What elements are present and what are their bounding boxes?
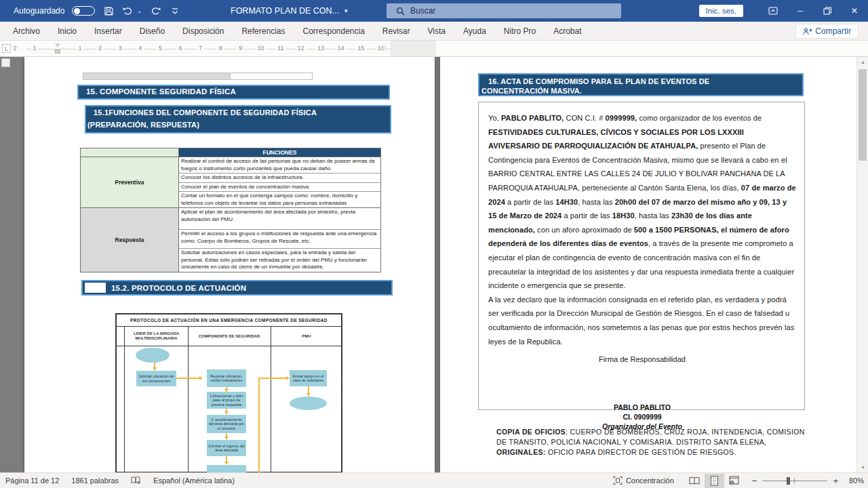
functions-table: FUNCIONES PreventivaRealizar el control … (80, 148, 381, 272)
hanging-indent-marker[interactable] (55, 49, 60, 54)
ruler-number: 13 (315, 45, 326, 52)
vertical-ruler-stub (1, 58, 10, 67)
ruler-number: 1 (76, 45, 83, 52)
heading-15: 15. COMPONENTE SEGURIDAD FÍSICA (77, 85, 390, 100)
ruler-number: 2 (11, 45, 18, 52)
flow-box-step-5 (207, 465, 246, 472)
quick-access-customize-icon[interactable] (169, 4, 181, 18)
acta-paragraph: A la vez declaro que la información cons… (488, 293, 796, 348)
table-row: Aplicar el plan de acordonamiento del ár… (179, 208, 380, 230)
ruler-number: 11 (275, 45, 285, 52)
ribbon-tab-nitro-pro[interactable]: Nitro Pro (495, 22, 545, 41)
ruler-number: 5 (157, 45, 164, 52)
ruler-number: 7 (197, 45, 204, 52)
right-indent-marker[interactable] (382, 45, 387, 49)
ribbon-tab-referencias[interactable]: Referencias (233, 22, 294, 41)
ribbon-tab-bar: ArchivoInicioInsertarDiseñoDisposiciónRe… (0, 22, 868, 41)
flow-box-step-2: 1.Direccionar y abrir paso al grupo de p… (207, 392, 246, 409)
share-button[interactable]: Compartir (795, 24, 859, 39)
signature-name: PABLO PABLITO (488, 403, 796, 412)
focus-mode-button[interactable]: Concentración (613, 476, 674, 485)
ruler-number: 2 (96, 45, 104, 52)
redo-icon[interactable] (149, 4, 161, 18)
horizontal-ruler[interactable]: L 21123456789101112131415161718 (0, 41, 868, 57)
undo-icon[interactable] (122, 4, 134, 18)
ruler-right-margin (391, 41, 436, 56)
acta-paragraphs: Yo, PABLO PABLITO, CON C.I. # 0999999, c… (488, 111, 796, 348)
doc-title-dropdown-icon[interactable]: ▾ (344, 7, 348, 14)
ruler-ticks (27, 49, 434, 49)
table-row: Realizar el control de acceso de las per… (179, 157, 380, 174)
ribbon-tab-inicio[interactable]: Inicio (49, 22, 85, 41)
ribbon-tabs: ArchivoInicioInsertarDiseñoDisposiciónRe… (4, 22, 591, 41)
heading-16: 16. ACTA DE COMPROMISO PARA EL PLAN DE E… (478, 73, 804, 96)
proofing-icon[interactable] (131, 476, 141, 485)
table-row: Solicitar autorizaciones en casos especi… (179, 249, 380, 272)
ribbon-tab-correspondencia[interactable]: Correspondencia (294, 22, 373, 41)
scroll-down-icon[interactable]: ▼ (857, 462, 868, 472)
ribbon-tab-archivo[interactable]: Archivo (4, 22, 49, 41)
table-row: Conocer el plan de eventos de concentrac… (179, 183, 380, 192)
table-fragment-cell-gray (83, 73, 231, 80)
heading-15-1: 15.1FUNCIONES DEL COMPONENTE DE SEGURIDA… (85, 105, 391, 134)
ribbon-tab-diseño[interactable]: Diseño (131, 22, 174, 41)
table-row: Conocer los distintos accesos de la infr… (179, 174, 380, 183)
ruler-number: 8 (217, 45, 224, 52)
ribbon-tab-revisar[interactable]: Revisar (374, 22, 419, 41)
copias-section: COPIA DE OFICIOS; CUERPO DE BOMBEROS, CR… (496, 427, 806, 458)
flowchart-title: PROTOCOLO DE ACTUACIÓN EN UNA EMERGENCIA… (117, 314, 341, 327)
close-button[interactable]: ✕ (841, 0, 868, 22)
flow-start-ellipse (136, 348, 170, 363)
share-icon (803, 27, 812, 36)
web-layout-button[interactable] (724, 474, 744, 488)
document-title[interactable]: FORMATO PLAN DE CON... ▾ (231, 0, 348, 22)
language-indicator[interactable]: Español (América latina) (153, 476, 235, 485)
flow-box-step-4: 3.limitar el ingreso del área afectada (207, 440, 246, 456)
ruler-number: 9 (237, 45, 244, 52)
word-window: Autoguardado ⌄ FORMATO PLAN DE CON... ▾ (0, 0, 868, 488)
table-fragment-cell-white (231, 73, 313, 80)
flow-box-step-1: Reportar ubicación, recibir indicaciones (207, 369, 246, 387)
undo-dropdown-icon[interactable]: ⌄ (137, 8, 142, 14)
sign-in-button[interactable]: Inic. ses. (699, 5, 743, 17)
vertical-scrollbar[interactable]: ▲ ▼ (856, 57, 868, 472)
save-icon[interactable] (102, 4, 115, 18)
flow-end-ellipse (290, 396, 327, 410)
zoom-slider[interactable] (762, 476, 827, 485)
print-layout-button[interactable] (705, 474, 724, 488)
first-line-indent-marker[interactable] (55, 43, 60, 47)
autosave-toggle[interactable] (72, 6, 95, 16)
minimize-button[interactable]: ─ (787, 0, 814, 22)
tab-selector[interactable]: L (2, 44, 11, 53)
ruler-number: 15 (355, 45, 366, 52)
table-group-respuesta: RespuestaAplicar el plan de acordonamien… (81, 208, 380, 272)
search-icon (396, 7, 405, 16)
acta-paragraph: Yo, PABLO PABLITO, CON C.I. # 0999999, c… (488, 111, 796, 293)
title-bar: Autoguardado ⌄ FORMATO PLAN DE CON... ▾ (0, 0, 868, 22)
ruler-number: 3 (117, 45, 124, 52)
ribbon-tab-insertar[interactable]: Insertar (85, 22, 131, 41)
word-count[interactable]: 1861 palabras (71, 476, 119, 485)
ribbon-tab-vista[interactable]: Vista (419, 22, 454, 41)
zoom-in-button[interactable]: + (833, 476, 838, 486)
table-category-label: Respuesta (81, 208, 179, 272)
search-input[interactable]: Buscar (387, 3, 621, 18)
read-mode-button[interactable] (685, 474, 705, 488)
flowchart-col3-header: PMU (271, 327, 342, 346)
scroll-up-icon[interactable]: ▲ (857, 57, 868, 67)
table-category-label: Preventiva (81, 157, 179, 207)
ribbon-tab-acrobat[interactable]: Acrobat (545, 22, 590, 41)
flowchart-col2-header: COMPONENTE DE SEGURIDAD (189, 327, 270, 346)
ruler-number: 14 (336, 45, 347, 52)
restore-button[interactable] (814, 0, 841, 22)
flow-box-step-3: 2. acordonamiento del área afectada por … (207, 415, 246, 433)
firma-line: Firma de Responsabilidad (488, 355, 796, 363)
ribbon-tab-ayuda[interactable]: Ayuda (454, 22, 495, 41)
zoom-slider-thumb[interactable] (787, 477, 790, 485)
page-indicator[interactable]: Página 11 de 12 (5, 476, 59, 485)
zoom-out-button[interactable]: − (752, 476, 757, 486)
ribbon-tab-disposición[interactable]: Disposición (174, 22, 233, 41)
ribbon-display-options-icon[interactable] (760, 0, 787, 22)
zoom-percentage[interactable]: 80% (844, 476, 864, 485)
scrollbar-thumb[interactable] (859, 69, 867, 161)
